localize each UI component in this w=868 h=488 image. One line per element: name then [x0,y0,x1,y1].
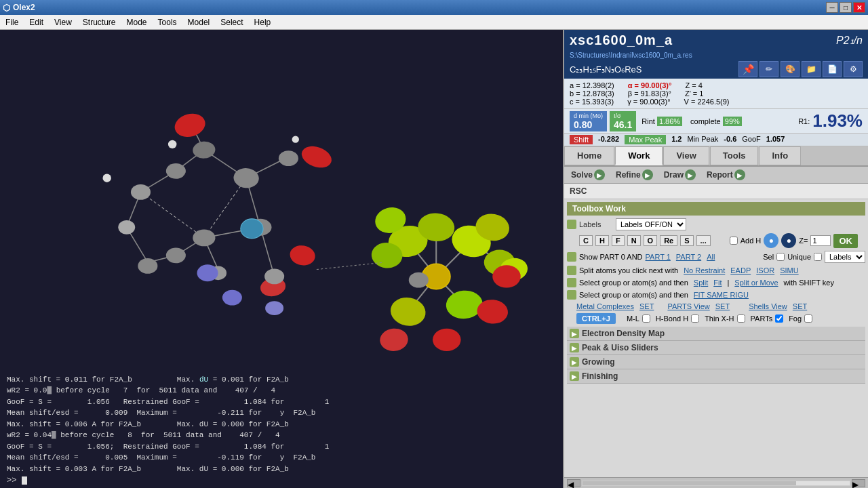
thin-xh-checkbox[interactable] [737,314,745,323]
atom-blue-circle[interactable]: ● [764,233,778,248]
console-line-3: GooF = S = 1.056 Restrained GooF = 1.084… [7,396,556,408]
ml-checkbox[interactable] [642,314,650,323]
solve-arrow[interactable]: ▶ [594,169,605,180]
labels-select[interactable]: Labels OFF/ON Labels OFF Labels ON [616,218,686,230]
menu-help[interactable]: Help [249,16,277,28]
menu-mode[interactable]: Mode [121,16,153,28]
tab-work[interactable]: Work [615,146,663,165]
atom-F[interactable]: F [612,235,625,246]
growing-icon: ▶ [570,357,579,367]
scroll-right-btn[interactable]: ▶ [852,479,865,487]
atom-more[interactable]: ... [696,235,711,246]
labels-icon [567,220,576,229]
split-move-link[interactable]: Split or Move [734,279,778,287]
draw-arrow[interactable]: ▶ [685,169,696,180]
hbond-checkbox[interactable] [691,314,699,323]
fit-link[interactable]: Fit [713,279,722,287]
atom-navy-circle[interactable]: ● [781,233,796,248]
fog-checkbox[interactable] [804,314,812,323]
split-atoms-row: Split atoms you click next with No Restr… [567,266,865,275]
scroll-left-btn[interactable]: ◀ [567,479,580,487]
ml-label: M-L [627,314,639,323]
menubar: File Edit View Structure Mode Tools Mode… [0,15,868,30]
tab-home[interactable]: Home [564,146,614,165]
growing-section[interactable]: ▶ Growing [567,355,865,369]
simu-link[interactable]: SIMU [780,266,799,274]
subnav-solve[interactable]: Solve ▶ [567,168,609,182]
ok-button[interactable]: OK [833,234,858,248]
tool-color[interactable]: 🎨 [781,61,800,77]
fit-same-link[interactable]: FIT SAME RIGU [694,291,749,299]
tab-view[interactable]: View [663,146,709,165]
all-link[interactable]: All [707,253,715,261]
unique-checkbox[interactable] [776,253,785,261]
atom-Re[interactable]: Re [660,235,677,246]
atom-C[interactable]: C [579,235,593,246]
menu-file[interactable]: File [0,16,24,28]
cell-alpha: α = 90.00(3)° [628,81,672,89]
svg-point-64 [409,272,429,288]
cell-Zprime: Z' = 1 [685,89,703,98]
refine-arrow[interactable]: ▶ [642,169,653,180]
menu-view[interactable]: View [49,16,77,28]
labels-dropdown[interactable]: Labels [825,251,865,263]
shells-view-link[interactable]: Shells View [749,302,787,310]
part1-link[interactable]: PART 1 [646,253,671,261]
tool-gear[interactable]: ⚙ [844,61,863,77]
bottom-scrollbar[interactable]: ◀ ▶ [564,477,868,488]
atom-O[interactable]: O [644,235,658,246]
close-button[interactable]: ✕ [853,2,865,13]
console-prompt[interactable]: >> [7,476,27,485]
set1-link[interactable]: SET [639,302,654,310]
metal-complexes-link[interactable]: Metal Complexes [576,302,634,310]
set3-link[interactable]: SET [793,302,807,310]
cell-b: b = 12.878(3) [570,89,614,98]
menu-select[interactable]: Select [215,16,248,28]
electron-density-section[interactable]: ▶ Electron Density Map [567,327,865,341]
atom-N[interactable]: N [627,235,641,246]
menu-edit[interactable]: Edit [24,16,49,28]
parts-checkbox[interactable] [775,314,783,323]
menu-structure[interactable]: Structure [77,16,121,28]
menu-tools[interactable]: Tools [153,16,182,28]
tool-pin[interactable]: 📌 [738,61,757,77]
no-restraint-link[interactable]: No Restraint [684,266,725,274]
atom-S[interactable]: S [680,235,693,246]
part2-link[interactable]: PART 2 [676,253,701,261]
thin-xh-label: Thin X-H [705,314,734,323]
isor-link[interactable]: ISOR [756,266,774,274]
atom-H[interactable]: H [595,235,609,246]
atom-buttons-row: C H F N O Re S ... Add H ● ● Z= OK [567,233,865,248]
set2-link[interactable]: SET [715,302,730,310]
report-arrow[interactable]: ▶ [734,169,745,180]
minimize-button[interactable]: ─ [826,2,838,13]
tool-edit[interactable]: ✏ [760,61,778,77]
tool-doc[interactable]: 📄 [823,61,842,77]
scroll-thumb[interactable] [583,481,796,485]
tab-info[interactable]: Info [759,146,801,165]
subnav-report[interactable]: Report ▶ [703,168,749,182]
svg-point-23 [166,163,186,179]
labels-dd-checkbox[interactable] [814,253,822,261]
eadp-link[interactable]: EADP [730,266,751,274]
app-icon: ⬡ [3,3,10,13]
svg-point-25 [118,220,135,235]
scroll-track[interactable] [582,481,850,486]
tab-tools[interactable]: Tools [710,146,759,165]
add-h-checkbox[interactable] [730,237,738,245]
min-peak-value: -0.6 [724,135,736,144]
subnav-refine[interactable]: Refine ▶ [612,168,657,182]
parts-view-link[interactable]: PARTS View [667,302,709,310]
app-title: Olex2 [13,3,35,12]
peak-uiso-section[interactable]: ▶ Peak & Uiso Sliders [567,341,865,355]
menu-model[interactable]: Model [182,16,216,28]
space-group: P2₁/n [836,34,863,47]
subnav-draw[interactable]: Draw ▶ [660,168,700,182]
maximize-button[interactable]: □ [840,2,852,13]
z-input[interactable] [810,235,831,246]
tool-folder[interactable]: 📁 [802,61,821,77]
finishing-section[interactable]: ▶ Finishing [567,369,865,384]
ctrl-j-button[interactable]: CTRL+J [576,313,616,324]
console-line-8: Mean shift/esd = 0.005 Maximum = -0.119 … [7,452,556,464]
split-link[interactable]: Split [694,279,708,287]
